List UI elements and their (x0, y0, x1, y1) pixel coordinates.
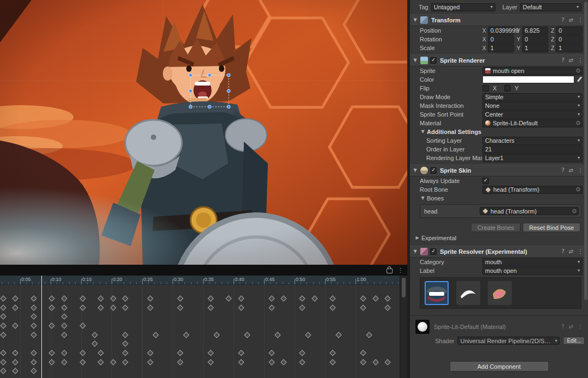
component-enabled-checkbox[interactable]: ✓ (430, 248, 437, 255)
keyframe-diamond[interactable] (61, 304, 67, 310)
foldout-open-icon[interactable]: ▼ (412, 18, 418, 22)
sort-point-dropdown[interactable]: Center▾ (482, 111, 583, 119)
keyframe-diamond[interactable] (384, 359, 390, 365)
keyframe-diamond[interactable] (177, 359, 183, 365)
keyframe-diamond[interactable] (360, 359, 366, 365)
menu-icon[interactable]: ⋮ (578, 324, 583, 330)
sprite-renderer-header[interactable]: ▼ ✓ Sprite Renderer ? ⇄ ⋮ (410, 54, 588, 66)
keyframe-diamond[interactable] (0, 322, 6, 328)
menu-icon[interactable]: ⋮ (578, 249, 583, 254)
keyframe-diamond[interactable] (12, 295, 18, 301)
timeline-scrollbar-thumb[interactable] (402, 278, 406, 297)
keyframe-diamond[interactable] (0, 332, 6, 338)
keyframe-diamond[interactable] (299, 295, 305, 301)
experimental-foldout[interactable]: ▶ Experimental (410, 234, 588, 242)
keyframe-diamond[interactable] (207, 350, 213, 356)
preset-icon[interactable]: ⇄ (569, 249, 573, 254)
keyframe-diamond[interactable] (30, 322, 36, 328)
scale-y-field[interactable]: 1 (522, 44, 548, 52)
keyframe-diamond[interactable] (238, 304, 244, 310)
keyframe-diamond[interactable] (372, 295, 378, 301)
keyframe-diamond[interactable] (311, 295, 317, 301)
reset-bind-pose-button[interactable]: Reset Bind Pose (523, 223, 580, 232)
help-icon[interactable]: ? (561, 168, 564, 173)
keyframe-diamond[interactable] (0, 304, 6, 310)
animation-timeline[interactable]: ⋮ 0:050:100:150:200:250:300:350:400:450:… (0, 265, 407, 378)
keyframe-diamond[interactable] (91, 340, 97, 346)
keyframe-diamond[interactable] (280, 359, 286, 365)
menu-icon[interactable]: ⋮ (578, 168, 583, 173)
keyframe-diamond[interactable] (12, 304, 18, 310)
create-bones-button[interactable]: Create Bones (471, 223, 520, 232)
bone-object-field[interactable]: head (Transform) ⊙ (480, 207, 579, 215)
keyframe-diamond[interactable] (122, 350, 128, 356)
keyframe-diamond[interactable] (372, 359, 378, 365)
keyframe-diamond[interactable] (177, 295, 183, 301)
menu-icon[interactable]: ⋮ (578, 17, 583, 23)
timeline-menu-icon[interactable]: ⋮ (397, 267, 403, 273)
order-in-layer-field[interactable]: 21 (482, 145, 583, 154)
keyframe-diamond[interactable] (280, 295, 286, 301)
draw-mode-dropdown[interactable]: Simple▾ (482, 93, 583, 101)
keyframe-diamond[interactable] (122, 304, 128, 310)
keyframe-diamond[interactable] (30, 304, 36, 310)
color-swatch[interactable] (482, 76, 574, 83)
rotation-z-field[interactable]: 0 (556, 35, 583, 44)
keyframe-diamond[interactable] (48, 350, 54, 356)
position-z-field[interactable]: 0 (556, 27, 583, 35)
keyframe-diamond[interactable] (329, 350, 335, 356)
layer-dropdown[interactable]: Default ▾ (520, 3, 581, 11)
help-icon[interactable]: ? (561, 324, 564, 330)
edit-shader-button[interactable]: Edit... (563, 337, 585, 345)
keyframe-diamond[interactable] (61, 322, 67, 328)
scale-x-field[interactable]: 1 (488, 44, 514, 52)
keyframe-diamond[interactable] (147, 359, 153, 365)
keyframe-diamond[interactable] (122, 340, 128, 346)
sprite-thumbnail-selected[interactable] (425, 281, 449, 305)
keyframe-diamond[interactable] (30, 368, 36, 374)
keyframe-diamond[interactable] (244, 332, 250, 338)
position-x-field[interactable]: 0.0399999 (488, 27, 514, 35)
keyframe-diamond[interactable] (30, 350, 36, 356)
keyframe-diamond[interactable] (61, 313, 67, 319)
material-object-field[interactable]: Sprite-Lit-Default ⊙ (482, 119, 583, 127)
sprite-resolver-header[interactable]: ▼ ✓ Sprite Resolver (Experimental) ? ⇄ ⋮ (410, 246, 588, 258)
timeline-grid[interactable] (0, 285, 400, 378)
keyframe-diamond[interactable] (48, 322, 54, 328)
keyframe-diamond[interactable] (0, 359, 6, 365)
keyframe-diamond[interactable] (12, 368, 18, 374)
keyframe-diamond[interactable] (329, 359, 335, 365)
keyframe-diamond[interactable] (122, 332, 128, 338)
keyframe-diamond[interactable] (30, 332, 36, 338)
help-icon[interactable]: ? (561, 249, 564, 254)
keyframe-diamond[interactable] (177, 304, 183, 310)
keyframe-diamond[interactable] (30, 359, 36, 365)
keyframe-diamond[interactable] (97, 295, 103, 301)
flip-x-checkbox[interactable] (482, 85, 489, 92)
keyframe-diamond[interactable] (268, 295, 274, 301)
keyframe-diamond[interactable] (268, 359, 274, 365)
keyframe-diamond[interactable] (30, 313, 36, 319)
sprite-skin-header[interactable]: ▼ ✓ Sprite Skin ? ⇄ ⋮ (410, 164, 588, 176)
keyframe-diamond[interactable] (0, 368, 6, 374)
keyframe-diamond[interactable] (268, 350, 274, 356)
foldout-open-icon[interactable]: ▼ (412, 58, 418, 63)
keyframe-diamond[interactable] (122, 295, 128, 301)
keyframe-diamond[interactable] (305, 332, 311, 338)
playhead[interactable] (41, 276, 42, 378)
object-picker-icon[interactable]: ⊙ (572, 209, 577, 214)
mask-interaction-dropdown[interactable]: None▾ (482, 102, 583, 110)
sprite-object-field[interactable]: mouth open ⊙ (482, 67, 583, 75)
timeline-scrollbar[interactable] (400, 276, 407, 378)
object-picker-icon[interactable]: ⊙ (576, 187, 580, 192)
keyframe-diamond[interactable] (12, 322, 18, 328)
sprite-thumbnail[interactable] (456, 281, 480, 305)
keyframe-diamond[interactable] (97, 359, 103, 365)
keyframe-diamond[interactable] (360, 295, 366, 301)
keyframe-diamond[interactable] (366, 332, 372, 338)
help-icon[interactable]: ? (561, 17, 564, 23)
keyframe-diamond[interactable] (147, 304, 153, 310)
object-picker-icon[interactable]: ⊙ (576, 68, 580, 74)
keyframe-diamond[interactable] (61, 350, 67, 356)
keyframe-diamond[interactable] (238, 359, 244, 365)
